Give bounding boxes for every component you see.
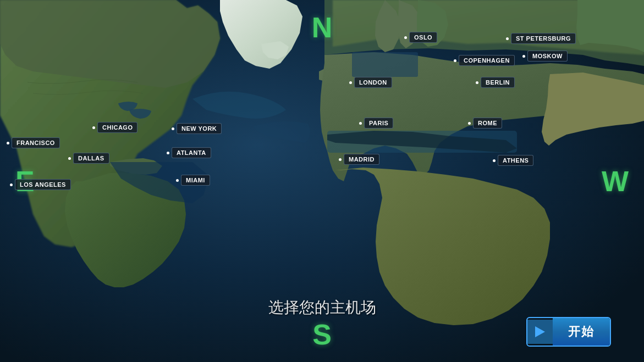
city-name-los-angeles: LOS ANGELES [15, 179, 71, 190]
start-button[interactable]: 开始 [526, 317, 611, 347]
city-dot-london [349, 81, 352, 84]
compass-north: N [312, 11, 333, 44]
city-label-copenhagen[interactable]: COPENHAGEN [454, 55, 515, 66]
select-airport-text: 选择您的主机场 [268, 297, 376, 318]
city-dot-moskow [522, 55, 525, 58]
city-label-new-york[interactable]: NEW YORK [172, 123, 222, 134]
start-button-icon [527, 320, 553, 344]
city-dot-new-york [172, 127, 174, 130]
start-button-label: 开始 [553, 318, 610, 346]
city-label-rome[interactable]: ROME [468, 118, 502, 129]
city-dot-dallas [68, 157, 71, 160]
city-dot-oslo [404, 36, 407, 39]
city-label-paris[interactable]: PARIS [359, 118, 393, 129]
city-dot-berlin [476, 81, 478, 84]
city-name-madrid: MADRID [344, 154, 379, 165]
city-name-berlin: BERLIN [481, 77, 515, 88]
city-name-rome: ROME [473, 118, 502, 129]
city-dot-rome [468, 122, 471, 125]
city-label-chicago[interactable]: CHICAGO [92, 122, 137, 133]
city-label-dallas[interactable]: DALLAS [68, 153, 109, 164]
city-name-copenhagen: COPENHAGEN [459, 55, 515, 66]
city-dot-st-petersburg [506, 37, 509, 40]
svg-rect-1 [327, 131, 517, 153]
city-name-oslo: OSLO [409, 32, 437, 43]
city-label-london[interactable]: LONDON [349, 77, 392, 88]
city-label-oslo[interactable]: OSLO [404, 32, 437, 43]
city-dot-athens [493, 159, 496, 162]
city-name-paris: PARIS [364, 118, 393, 129]
city-label-st-petersburg[interactable]: ST PETERSBURG [506, 33, 576, 44]
city-label-francisco[interactable]: FRANCISCO [7, 137, 60, 148]
city-label-miami[interactable]: MIAMI [176, 175, 210, 186]
city-label-atlanta[interactable]: ATLANTA [167, 147, 211, 158]
city-name-new-york: NEW YORK [177, 123, 222, 134]
compass-west: W [602, 165, 629, 198]
city-name-dallas: DALLAS [73, 153, 109, 164]
city-label-moskow[interactable]: MOSKOW [522, 51, 568, 62]
city-dot-miami [176, 179, 179, 182]
city-name-moskow: MOSKOW [527, 51, 568, 62]
city-name-chicago: CHICAGO [97, 122, 137, 133]
city-name-francisco: FRANCISCO [12, 137, 60, 148]
city-name-london: LONDON [354, 77, 392, 88]
city-label-athens[interactable]: ATHENS [493, 155, 533, 166]
city-label-madrid[interactable]: MADRID [339, 154, 379, 165]
city-dot-copenhagen [454, 59, 456, 62]
city-dot-atlanta [167, 152, 169, 154]
city-name-miami: MIAMI [181, 175, 210, 186]
city-name-athens: ATHENS [498, 155, 533, 166]
city-name-st-petersburg: ST PETERSBURG [511, 33, 576, 44]
city-name-atlanta: ATLANTA [172, 147, 211, 158]
city-dot-francisco [7, 142, 9, 144]
city-dot-paris [359, 122, 362, 125]
play-icon [535, 326, 545, 337]
svg-rect-2 [352, 52, 418, 77]
city-label-los-angeles[interactable]: LOS ANGELES [10, 179, 71, 190]
compass-south: S [312, 318, 332, 351]
map-container: N S E W OSLOST PETERSBURGCOPENHAGENMOSKO… [0, 0, 644, 362]
city-dot-madrid [339, 158, 342, 161]
city-dot-los-angeles [10, 183, 13, 186]
city-dot-chicago [92, 126, 95, 129]
city-label-berlin[interactable]: BERLIN [476, 77, 515, 88]
